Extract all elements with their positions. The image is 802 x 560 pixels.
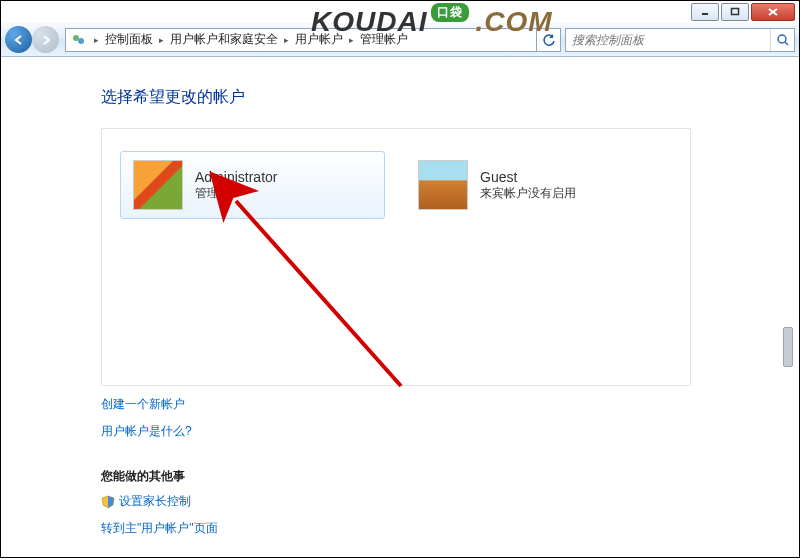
other-things-heading: 您能做的其他事 <box>101 468 799 485</box>
user-accounts-icon <box>68 30 88 50</box>
account-picture-icon <box>133 160 183 210</box>
search-input[interactable] <box>566 33 770 47</box>
breadcrumb-item[interactable]: 管理帐户 <box>358 31 410 48</box>
search-icon[interactable] <box>770 29 794 51</box>
account-name: Administrator <box>195 169 277 185</box>
window-controls <box>691 3 795 21</box>
svg-point-4 <box>73 35 79 41</box>
minimize-button[interactable] <box>691 3 719 21</box>
chevron-right-icon: ▸ <box>280 35 293 45</box>
close-button[interactable] <box>751 3 795 21</box>
link-goto-main-page[interactable]: 转到主"用户帐户"页面 <box>101 520 218 537</box>
chevron-right-icon: ▸ <box>90 35 103 45</box>
svg-point-6 <box>778 35 786 43</box>
breadcrumb-item[interactable]: 用户帐户和家庭安全 <box>168 31 280 48</box>
search-box[interactable] <box>565 28 795 52</box>
forward-button[interactable] <box>32 26 59 53</box>
link-what-is-account[interactable]: 用户帐户是什么? <box>101 423 192 440</box>
chevron-right-icon: ▸ <box>155 35 168 45</box>
account-name: Guest <box>480 169 576 185</box>
link-parental-controls[interactable]: 设置家长控制 <box>119 493 191 510</box>
scrollbar[interactable] <box>781 117 797 547</box>
breadcrumb[interactable]: ▸ 控制面板 ▸ 用户帐户和家庭安全 ▸ 用户帐户 ▸ 管理帐户 <box>65 28 561 52</box>
main-content: 选择希望更改的帐户 Administrator 管理员 Guest 来宾帐户没有… <box>1 57 799 557</box>
breadcrumb-item[interactable]: 用户帐户 <box>293 31 345 48</box>
refresh-button[interactable] <box>536 29 560 51</box>
svg-point-5 <box>78 38 84 44</box>
svg-line-7 <box>785 42 788 45</box>
account-administrator[interactable]: Administrator 管理员 <box>120 151 385 219</box>
navigation-bar: ▸ 控制面板 ▸ 用户帐户和家庭安全 ▸ 用户帐户 ▸ 管理帐户 <box>1 23 799 57</box>
account-desc: 管理员 <box>195 185 277 202</box>
maximize-button[interactable] <box>721 3 749 21</box>
link-create-account[interactable]: 创建一个新帐户 <box>101 396 185 413</box>
breadcrumb-item[interactable]: 控制面板 <box>103 31 155 48</box>
account-guest[interactable]: Guest 来宾帐户没有启用 <box>405 151 670 219</box>
page-title: 选择希望更改的帐户 <box>101 87 799 108</box>
account-desc: 来宾帐户没有启用 <box>480 185 576 202</box>
account-picture-icon <box>418 160 468 210</box>
accounts-container: Administrator 管理员 Guest 来宾帐户没有启用 <box>101 128 691 386</box>
chevron-right-icon: ▸ <box>345 35 358 45</box>
shield-icon <box>101 495 115 509</box>
back-button[interactable] <box>5 26 32 53</box>
scrollbar-thumb[interactable] <box>783 327 793 367</box>
svg-rect-1 <box>732 9 739 15</box>
